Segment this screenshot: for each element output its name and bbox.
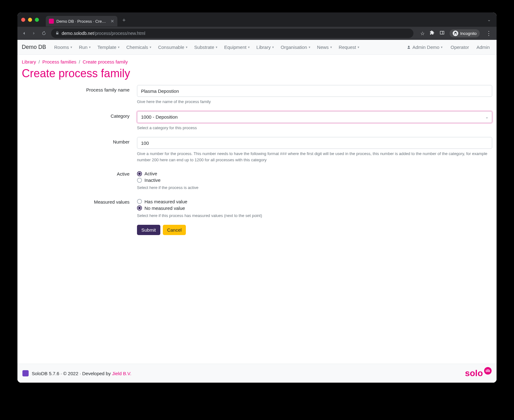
form-row-number: Number Give a number for the process. Th…	[22, 137, 492, 163]
url-text: demo.solodb.net/process/process/new.html	[62, 31, 145, 36]
nav-user[interactable]: Admin Demo▼	[404, 43, 446, 52]
nav-library[interactable]: Library▼	[254, 43, 277, 52]
window-maximize[interactable]	[35, 18, 39, 22]
help-measured: Select here if this process has measured…	[137, 213, 492, 219]
help-name: Give here the name of the process family	[137, 99, 492, 105]
footer-logo: solo db	[465, 368, 492, 378]
back-icon[interactable]	[21, 31, 27, 36]
nav-substrate[interactable]: Substrate▼	[192, 43, 220, 52]
nav-operator[interactable]: Operator	[448, 43, 471, 52]
window-controls	[21, 18, 39, 22]
lock-icon	[55, 31, 59, 36]
breadcrumb-sep: /	[79, 59, 80, 64]
input-name[interactable]	[137, 85, 492, 97]
label-active: Active	[22, 169, 137, 177]
help-number: Give a number for the process. This numb…	[137, 151, 492, 163]
radio-icon	[137, 205, 142, 210]
brand[interactable]: Demo DB	[22, 44, 46, 50]
browser-address-bar: demo.solodb.net/process/process/new.html…	[17, 27, 497, 40]
logo-badge: db	[484, 367, 492, 375]
footer-icon	[22, 370, 29, 376]
select-category[interactable]: 1000 - Deposition	[137, 111, 492, 123]
radio-active[interactable]: Active	[137, 171, 492, 176]
form-row-category: Category 1000 - Deposition ⌄ Select a ca…	[22, 111, 492, 131]
label-number: Number	[22, 137, 137, 144]
label-category: Category	[22, 111, 137, 119]
nav-right: Admin Demo▼ Operator Admin	[404, 43, 492, 52]
window-close[interactable]	[21, 18, 25, 22]
panel-icon[interactable]	[440, 30, 445, 36]
new-tab-button[interactable]: +	[120, 16, 128, 25]
nav-admin[interactable]: Admin	[474, 43, 492, 52]
radio-icon	[137, 199, 142, 204]
nav-template[interactable]: Template▼	[95, 43, 123, 52]
label-measured: Measured values	[22, 197, 137, 205]
content: Library / Process families / Create proc…	[17, 55, 497, 243]
star-icon[interactable]: ☆	[420, 31, 425, 36]
form-row-name: Process family name Give here the name o…	[22, 85, 492, 105]
toolbar-right: ☆ Incognito ⋮	[420, 29, 493, 37]
breadcrumb-library[interactable]: Library	[22, 59, 36, 64]
button-row: Submit Cancel	[137, 225, 492, 235]
breadcrumb-current[interactable]: Create process family	[83, 59, 128, 64]
browser-window: Demo DB · Process · Create pro ✕ + ⌄ dem…	[17, 12, 497, 383]
nav-rooms[interactable]: Rooms▼	[52, 43, 75, 52]
incognito-icon	[453, 31, 458, 36]
label-name: Process family name	[22, 85, 137, 92]
form-row-measured: Measured values Has measured value No me…	[22, 197, 492, 219]
incognito-badge[interactable]: Incognito	[450, 29, 480, 37]
form-row-active: Active Active Inactive Select here if th…	[22, 169, 492, 191]
reload-icon[interactable]	[41, 31, 47, 36]
nav-items: Rooms▼ Run▼ Template▼ Chemicals▼ Consuma…	[52, 43, 362, 52]
page-title: Create process family	[22, 67, 492, 80]
nav-run[interactable]: Run▼	[76, 43, 93, 52]
window-minimize[interactable]	[28, 18, 32, 22]
svg-rect-0	[440, 31, 444, 34]
menu-icon[interactable]: ⋮	[485, 30, 493, 37]
help-active: Select here if the process is active	[137, 185, 492, 191]
app-navbar: Demo DB Rooms▼ Run▼ Template▼ Chemicals▼…	[17, 40, 497, 55]
browser-tab-strip: Demo DB · Process · Create pro ✕ + ⌄	[17, 12, 497, 27]
footer-text: SoloDB 5.7.6 · © 2022 · Developed by Jie…	[32, 371, 131, 376]
breadcrumb-process-families[interactable]: Process families	[42, 59, 76, 64]
cancel-button[interactable]: Cancel	[163, 225, 186, 235]
nav-organisation[interactable]: Organisation▼	[278, 43, 313, 52]
nav-consumable[interactable]: Consumable▼	[156, 43, 191, 52]
omnibox[interactable]: demo.solodb.net/process/process/new.html	[51, 29, 413, 38]
footer: SoloDB 5.7.6 · © 2022 · Developed by Jie…	[17, 364, 497, 383]
url-path: /process/process/new.html	[94, 31, 145, 36]
radio-has-measured[interactable]: Has measured value	[137, 199, 492, 204]
submit-button[interactable]: Submit	[137, 225, 160, 235]
input-number[interactable]	[137, 137, 492, 149]
radio-icon	[137, 178, 142, 183]
tabs-overflow-icon[interactable]: ⌄	[487, 17, 493, 22]
url-host: demo.solodb.net	[62, 31, 94, 36]
nav-equipment[interactable]: Equipment▼	[222, 43, 253, 52]
radio-icon	[137, 171, 142, 176]
radio-inactive[interactable]: Inactive	[137, 177, 492, 183]
tab-favicon	[49, 19, 54, 24]
close-icon[interactable]: ✕	[111, 19, 114, 24]
footer-link[interactable]: Jield B.V.	[112, 371, 131, 376]
help-category: Select a category for this process	[137, 125, 492, 131]
browser-tab[interactable]: Demo DB · Process · Create pro ✕	[46, 16, 117, 26]
radio-no-measured[interactable]: No measured value	[137, 205, 492, 211]
nav-news[interactable]: News▼	[314, 43, 335, 52]
nav-request[interactable]: Request▼	[336, 43, 362, 52]
incognito-label: Incognito	[460, 31, 477, 36]
forward-icon[interactable]	[31, 31, 37, 36]
breadcrumb-sep: /	[39, 59, 40, 64]
page: Demo DB Rooms▼ Run▼ Template▼ Chemicals▼…	[17, 40, 497, 383]
extensions-icon[interactable]	[430, 30, 435, 36]
breadcrumb: Library / Process families / Create proc…	[22, 59, 492, 64]
tab-title: Demo DB · Process · Create pro	[56, 19, 108, 24]
nav-chemicals[interactable]: Chemicals▼	[124, 43, 154, 52]
